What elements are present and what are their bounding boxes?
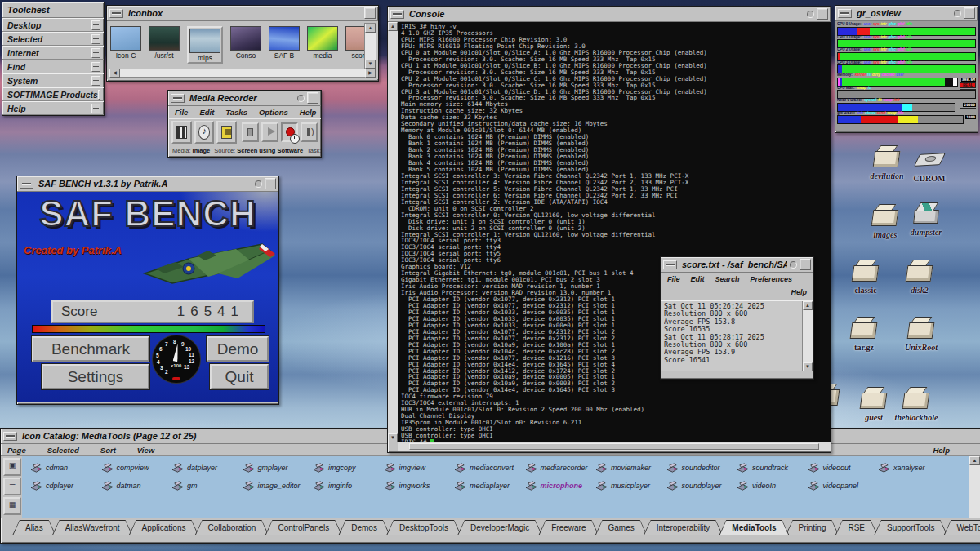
menu-item[interactable]: Tasks [225, 108, 247, 117]
list-view-button[interactable]: ☰ [3, 478, 21, 495]
scroll-up-icon[interactable]: ▲ [803, 301, 813, 310]
menu-item[interactable]: Edit [691, 275, 705, 283]
desktop-icon[interactable]: tar.gz [841, 317, 887, 353]
catalog-tab[interactable]: RSE [835, 520, 878, 535]
iconbox-titlebar[interactable]: iconbox [107, 6, 378, 21]
catalog-tab[interactable]: Demos [338, 520, 390, 535]
catalog-tab[interactable]: DeveloperMagic [457, 520, 542, 535]
window-menu-icon[interactable] [790, 261, 797, 269]
catalog-app-icon[interactable]: musicplayer [595, 477, 666, 495]
minimize-icon[interactable] [3, 432, 17, 441]
iconbox-icon[interactable]: Conso [230, 26, 261, 60]
media-film-button[interactable] [172, 121, 192, 144]
grid-view-button[interactable]: ▦ [3, 497, 21, 515]
catalog-app-icon[interactable]: soundtrack [737, 459, 808, 477]
window-menu-icon[interactable] [807, 11, 814, 18]
maximize-icon[interactable] [800, 259, 811, 270]
iconbox-icon[interactable]: SAF B [269, 26, 300, 60]
console-hscrollbar[interactable] [398, 442, 831, 451]
scroll-up-icon[interactable]: ▲ [365, 24, 376, 33]
desktop-icon[interactable]: classic [843, 260, 889, 296]
window-menu-icon[interactable] [255, 180, 262, 188]
window-menu-icon[interactable] [954, 10, 961, 17]
catalog-app-icon[interactable]: cdman [30, 459, 101, 477]
catalog-app-icon[interactable]: datman [101, 477, 172, 495]
catalog-tab[interactable]: Games [595, 520, 647, 535]
desktop-icon[interactable]: theblackhole [893, 387, 939, 424]
desktop-icon[interactable]: UnixRoot [898, 317, 944, 353]
toolchest-menu-item[interactable]: Find [2, 60, 104, 73]
catalog-tab[interactable]: Freeware [538, 520, 599, 535]
scroll-right-icon[interactable]: ▶ [365, 69, 376, 78]
menu-item-help[interactable]: Help [933, 446, 950, 455]
desktop-icon[interactable]: guest [851, 387, 897, 424]
catalog-tab[interactable]: DesktopTools [386, 520, 461, 535]
iconbox-icon[interactable]: media [307, 26, 338, 60]
scroll-down-icon[interactable]: ▼ [365, 60, 376, 69]
menu-item[interactable]: Preferences [751, 275, 793, 283]
catalog-vscrollbar[interactable]: ▲ [969, 456, 980, 518]
minimize-icon[interactable] [171, 94, 185, 103]
catalog-app-icon[interactable]: microphone [525, 477, 596, 495]
maximize-icon[interactable] [817, 8, 828, 20]
menu-item[interactable]: Selected [47, 446, 79, 455]
maximize-icon[interactable] [964, 7, 975, 19]
catalog-tab[interactable]: AliasWavefront [52, 520, 133, 535]
media-recorder-titlebar[interactable]: Media Recorder [168, 91, 321, 106]
score-editor-text-area[interactable]: Sat Oct 11 05:26:24 2025Resolution 800 x… [661, 300, 813, 371]
scroll-left-icon[interactable]: ◀ [109, 69, 120, 78]
catalog-app-icon[interactable]: xanalyser [878, 459, 949, 477]
console-titlebar[interactable]: Console [388, 7, 831, 22]
catalog-app-icon[interactable]: videoout [808, 459, 879, 477]
catalog-app-icon[interactable]: image_editor [243, 477, 314, 495]
catalog-app-icon[interactable]: mediaconvert [454, 459, 525, 477]
catalog-app-icon[interactable]: imgview [384, 459, 455, 477]
desktop-icon[interactable]: devilution [864, 145, 910, 182]
maximize-icon[interactable] [265, 178, 276, 189]
desktop-icon[interactable]: images [862, 204, 908, 241]
menu-item[interactable]: Sort [100, 446, 116, 455]
page-view-button[interactable]: ▣ [3, 458, 21, 476]
catalog-app-icon[interactable]: soundplayer [666, 477, 737, 495]
menu-item[interactable]: File [667, 275, 680, 283]
catalog-app-icon[interactable]: datplayer [172, 459, 243, 477]
menu-item[interactable]: File [175, 108, 188, 117]
iconbox-vscrollbar[interactable]: ▲ ▼ [364, 23, 376, 69]
score-editor-vscrollbar[interactable]: ▲ ▼ [802, 301, 813, 371]
menu-item-help[interactable]: Help [791, 288, 807, 296]
desktop-icon[interactable]: disk2 [897, 260, 942, 296]
toolchest-menu-item[interactable]: Internet [2, 46, 104, 60]
level-button[interactable] [301, 122, 318, 142]
desktop-icon[interactable]: dumpster [903, 202, 949, 238]
window-menu-icon[interactable] [297, 95, 305, 102]
catalog-tab[interactable]: Interoperability [644, 520, 724, 535]
catalog-tab[interactable]: WebTools [943, 520, 980, 535]
minimize-icon[interactable] [663, 260, 677, 269]
iconbox-icon[interactable]: /usr/st [149, 26, 180, 60]
maximize-icon[interactable] [307, 92, 318, 104]
maximize-icon[interactable] [364, 7, 376, 19]
menu-item[interactable]: Options [259, 108, 288, 117]
catalog-app-icon[interactable]: cdplayer [30, 477, 101, 495]
media-image-button[interactable] [216, 121, 237, 144]
score-editor-titlebar[interactable]: score.txt - /saf_bench/SAF_BE [661, 257, 813, 273]
benchmark-button[interactable]: Benchmark [32, 336, 149, 362]
iconbox-icon[interactable]: Icon C [110, 26, 141, 60]
catalog-app-icon[interactable]: imginfo [313, 477, 384, 495]
scroll-up-icon[interactable]: ▲ [388, 22, 398, 31]
iconbox-hscrollbar[interactable]: ◀ ▶ [109, 69, 376, 78]
toolchest-titlebar[interactable]: Toolchest [2, 2, 104, 18]
settings-button[interactable]: Settings [42, 364, 149, 389]
catalog-app-icon[interactable]: mediaplayer [454, 477, 525, 495]
scroll-down-icon[interactable]: ▼ [803, 362, 813, 371]
scroll-up-icon[interactable]: ▲ [969, 456, 980, 465]
catalog-app-icon[interactable]: moviemaker [595, 459, 666, 477]
minimize-icon[interactable] [109, 9, 123, 18]
menu-item[interactable]: Search [715, 275, 740, 283]
toolchest-menu-item[interactable]: SOFTIMAGE Products [2, 87, 104, 101]
saf-bench-titlebar[interactable]: SAF BENCH v1.3.1 by Patrik.A [17, 176, 278, 192]
catalog-app-icon[interactable]: videopanel [808, 477, 879, 495]
catalog-app-icon[interactable]: soundeditor [666, 459, 737, 477]
catalog-tab[interactable]: Collaboration [194, 520, 269, 535]
record-button[interactable] [281, 122, 298, 142]
